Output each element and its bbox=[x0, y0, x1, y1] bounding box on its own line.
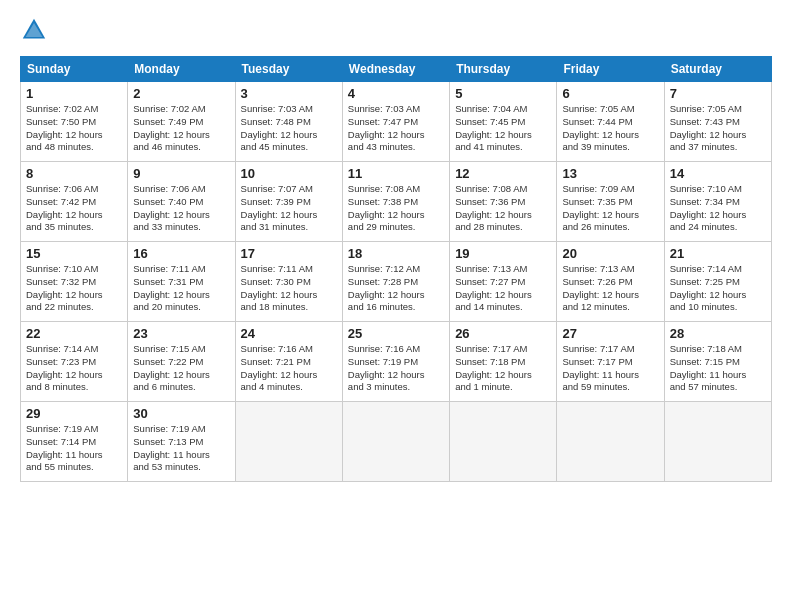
week-row-1: 1Sunrise: 7:02 AM Sunset: 7:50 PM Daylig… bbox=[21, 82, 772, 162]
col-header-wednesday: Wednesday bbox=[342, 57, 449, 82]
day-info: Sunrise: 7:03 AM Sunset: 7:48 PM Dayligh… bbox=[241, 103, 337, 154]
calendar-cell: 6Sunrise: 7:05 AM Sunset: 7:44 PM Daylig… bbox=[557, 82, 664, 162]
calendar-cell: 10Sunrise: 7:07 AM Sunset: 7:39 PM Dayli… bbox=[235, 162, 342, 242]
day-info: Sunrise: 7:11 AM Sunset: 7:30 PM Dayligh… bbox=[241, 263, 337, 314]
day-info: Sunrise: 7:05 AM Sunset: 7:44 PM Dayligh… bbox=[562, 103, 658, 154]
day-number: 11 bbox=[348, 166, 444, 181]
day-info: Sunrise: 7:13 AM Sunset: 7:27 PM Dayligh… bbox=[455, 263, 551, 314]
calendar-cell: 7Sunrise: 7:05 AM Sunset: 7:43 PM Daylig… bbox=[664, 82, 771, 162]
day-number: 5 bbox=[455, 86, 551, 101]
calendar-cell: 30Sunrise: 7:19 AM Sunset: 7:13 PM Dayli… bbox=[128, 402, 235, 482]
calendar-cell: 21Sunrise: 7:14 AM Sunset: 7:25 PM Dayli… bbox=[664, 242, 771, 322]
day-info: Sunrise: 7:08 AM Sunset: 7:36 PM Dayligh… bbox=[455, 183, 551, 234]
day-number: 8 bbox=[26, 166, 122, 181]
calendar-cell: 13Sunrise: 7:09 AM Sunset: 7:35 PM Dayli… bbox=[557, 162, 664, 242]
calendar-cell: 27Sunrise: 7:17 AM Sunset: 7:17 PM Dayli… bbox=[557, 322, 664, 402]
calendar-cell: 23Sunrise: 7:15 AM Sunset: 7:22 PM Dayli… bbox=[128, 322, 235, 402]
day-info: Sunrise: 7:10 AM Sunset: 7:32 PM Dayligh… bbox=[26, 263, 122, 314]
calendar-table: SundayMondayTuesdayWednesdayThursdayFrid… bbox=[20, 56, 772, 482]
week-row-3: 15Sunrise: 7:10 AM Sunset: 7:32 PM Dayli… bbox=[21, 242, 772, 322]
calendar-cell: 24Sunrise: 7:16 AM Sunset: 7:21 PM Dayli… bbox=[235, 322, 342, 402]
day-number: 7 bbox=[670, 86, 766, 101]
day-info: Sunrise: 7:15 AM Sunset: 7:22 PM Dayligh… bbox=[133, 343, 229, 394]
day-number: 2 bbox=[133, 86, 229, 101]
page: SundayMondayTuesdayWednesdayThursdayFrid… bbox=[0, 0, 792, 612]
calendar-cell: 15Sunrise: 7:10 AM Sunset: 7:32 PM Dayli… bbox=[21, 242, 128, 322]
day-info: Sunrise: 7:14 AM Sunset: 7:23 PM Dayligh… bbox=[26, 343, 122, 394]
calendar-cell: 29Sunrise: 7:19 AM Sunset: 7:14 PM Dayli… bbox=[21, 402, 128, 482]
day-number: 9 bbox=[133, 166, 229, 181]
day-info: Sunrise: 7:12 AM Sunset: 7:28 PM Dayligh… bbox=[348, 263, 444, 314]
day-info: Sunrise: 7:10 AM Sunset: 7:34 PM Dayligh… bbox=[670, 183, 766, 234]
day-number: 25 bbox=[348, 326, 444, 341]
calendar-cell: 9Sunrise: 7:06 AM Sunset: 7:40 PM Daylig… bbox=[128, 162, 235, 242]
day-number: 15 bbox=[26, 246, 122, 261]
day-number: 19 bbox=[455, 246, 551, 261]
calendar-cell: 25Sunrise: 7:16 AM Sunset: 7:19 PM Dayli… bbox=[342, 322, 449, 402]
calendar-cell: 2Sunrise: 7:02 AM Sunset: 7:49 PM Daylig… bbox=[128, 82, 235, 162]
calendar-cell: 4Sunrise: 7:03 AM Sunset: 7:47 PM Daylig… bbox=[342, 82, 449, 162]
day-info: Sunrise: 7:16 AM Sunset: 7:19 PM Dayligh… bbox=[348, 343, 444, 394]
logo bbox=[20, 16, 52, 44]
calendar-cell: 8Sunrise: 7:06 AM Sunset: 7:42 PM Daylig… bbox=[21, 162, 128, 242]
calendar-cell: 14Sunrise: 7:10 AM Sunset: 7:34 PM Dayli… bbox=[664, 162, 771, 242]
calendar-cell: 20Sunrise: 7:13 AM Sunset: 7:26 PM Dayli… bbox=[557, 242, 664, 322]
day-info: Sunrise: 7:14 AM Sunset: 7:25 PM Dayligh… bbox=[670, 263, 766, 314]
day-number: 21 bbox=[670, 246, 766, 261]
calendar-cell: 5Sunrise: 7:04 AM Sunset: 7:45 PM Daylig… bbox=[450, 82, 557, 162]
day-number: 20 bbox=[562, 246, 658, 261]
col-header-sunday: Sunday bbox=[21, 57, 128, 82]
day-number: 27 bbox=[562, 326, 658, 341]
day-info: Sunrise: 7:07 AM Sunset: 7:39 PM Dayligh… bbox=[241, 183, 337, 234]
day-info: Sunrise: 7:11 AM Sunset: 7:31 PM Dayligh… bbox=[133, 263, 229, 314]
day-info: Sunrise: 7:09 AM Sunset: 7:35 PM Dayligh… bbox=[562, 183, 658, 234]
day-number: 29 bbox=[26, 406, 122, 421]
day-info: Sunrise: 7:08 AM Sunset: 7:38 PM Dayligh… bbox=[348, 183, 444, 234]
day-number: 6 bbox=[562, 86, 658, 101]
calendar-cell bbox=[342, 402, 449, 482]
col-header-thursday: Thursday bbox=[450, 57, 557, 82]
logo-icon bbox=[20, 16, 48, 44]
day-info: Sunrise: 7:19 AM Sunset: 7:14 PM Dayligh… bbox=[26, 423, 122, 474]
day-info: Sunrise: 7:18 AM Sunset: 7:15 PM Dayligh… bbox=[670, 343, 766, 394]
day-info: Sunrise: 7:04 AM Sunset: 7:45 PM Dayligh… bbox=[455, 103, 551, 154]
week-row-2: 8Sunrise: 7:06 AM Sunset: 7:42 PM Daylig… bbox=[21, 162, 772, 242]
day-info: Sunrise: 7:02 AM Sunset: 7:49 PM Dayligh… bbox=[133, 103, 229, 154]
week-row-5: 29Sunrise: 7:19 AM Sunset: 7:14 PM Dayli… bbox=[21, 402, 772, 482]
calendar-cell bbox=[664, 402, 771, 482]
day-number: 10 bbox=[241, 166, 337, 181]
day-number: 22 bbox=[26, 326, 122, 341]
calendar-cell: 12Sunrise: 7:08 AM Sunset: 7:36 PM Dayli… bbox=[450, 162, 557, 242]
col-header-saturday: Saturday bbox=[664, 57, 771, 82]
col-header-monday: Monday bbox=[128, 57, 235, 82]
calendar-header-row: SundayMondayTuesdayWednesdayThursdayFrid… bbox=[21, 57, 772, 82]
calendar-cell bbox=[450, 402, 557, 482]
calendar-cell bbox=[557, 402, 664, 482]
calendar-cell: 28Sunrise: 7:18 AM Sunset: 7:15 PM Dayli… bbox=[664, 322, 771, 402]
day-number: 17 bbox=[241, 246, 337, 261]
day-number: 3 bbox=[241, 86, 337, 101]
day-number: 14 bbox=[670, 166, 766, 181]
calendar-cell bbox=[235, 402, 342, 482]
calendar-cell: 3Sunrise: 7:03 AM Sunset: 7:48 PM Daylig… bbox=[235, 82, 342, 162]
calendar-cell: 1Sunrise: 7:02 AM Sunset: 7:50 PM Daylig… bbox=[21, 82, 128, 162]
day-number: 26 bbox=[455, 326, 551, 341]
day-number: 13 bbox=[562, 166, 658, 181]
calendar-cell: 18Sunrise: 7:12 AM Sunset: 7:28 PM Dayli… bbox=[342, 242, 449, 322]
day-number: 12 bbox=[455, 166, 551, 181]
calendar-cell: 11Sunrise: 7:08 AM Sunset: 7:38 PM Dayli… bbox=[342, 162, 449, 242]
day-number: 1 bbox=[26, 86, 122, 101]
day-info: Sunrise: 7:16 AM Sunset: 7:21 PM Dayligh… bbox=[241, 343, 337, 394]
day-info: Sunrise: 7:02 AM Sunset: 7:50 PM Dayligh… bbox=[26, 103, 122, 154]
day-info: Sunrise: 7:19 AM Sunset: 7:13 PM Dayligh… bbox=[133, 423, 229, 474]
week-row-4: 22Sunrise: 7:14 AM Sunset: 7:23 PM Dayli… bbox=[21, 322, 772, 402]
day-info: Sunrise: 7:17 AM Sunset: 7:18 PM Dayligh… bbox=[455, 343, 551, 394]
calendar-cell: 19Sunrise: 7:13 AM Sunset: 7:27 PM Dayli… bbox=[450, 242, 557, 322]
day-info: Sunrise: 7:05 AM Sunset: 7:43 PM Dayligh… bbox=[670, 103, 766, 154]
day-number: 16 bbox=[133, 246, 229, 261]
day-info: Sunrise: 7:13 AM Sunset: 7:26 PM Dayligh… bbox=[562, 263, 658, 314]
day-info: Sunrise: 7:06 AM Sunset: 7:42 PM Dayligh… bbox=[26, 183, 122, 234]
calendar-cell: 22Sunrise: 7:14 AM Sunset: 7:23 PM Dayli… bbox=[21, 322, 128, 402]
header bbox=[20, 16, 772, 44]
day-info: Sunrise: 7:17 AM Sunset: 7:17 PM Dayligh… bbox=[562, 343, 658, 394]
